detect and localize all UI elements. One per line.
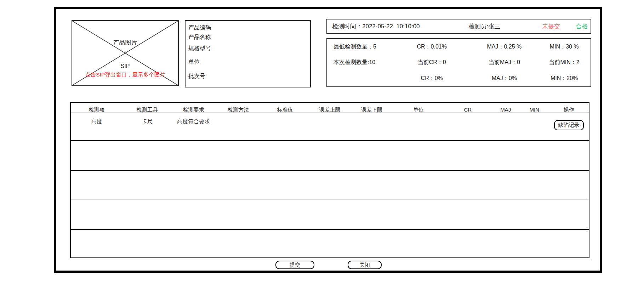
submit-button[interactable]: 提交 <box>275 261 314 269</box>
cell-cr <box>444 113 491 118</box>
field-label-batch-number: 批次号 <box>188 73 205 80</box>
cell-unit <box>392 113 444 118</box>
cell-upper-tolerance <box>309 113 351 118</box>
defect-record-button[interactable]: 缺陷记录 <box>554 120 584 130</box>
inspection-time: 检测时间：2022-05-22 10:10:00 <box>332 22 420 30</box>
field-label-product-code: 产品编码 <box>188 24 211 32</box>
field-label-product-name: 产品名称 <box>188 34 211 41</box>
status-qualified-badge: 合格 <box>576 22 588 30</box>
col-header-method: 检测方法 <box>215 107 261 113</box>
cell-maj <box>491 113 520 118</box>
col-header-min: MIN <box>520 107 549 113</box>
stat-current-min: 当前MIN：2 <box>538 59 591 66</box>
stat-current-inspect-qty: 本次检测数量:10 <box>327 59 393 66</box>
cell-action: 缺陷记录 <box>549 113 589 130</box>
table-row-empty <box>71 199 589 229</box>
cell-standard-value <box>261 113 308 118</box>
stat-current-maj: 当前MAJ：0 <box>471 59 538 66</box>
table-row-empty <box>71 170 589 199</box>
cell-lower-tolerance <box>351 113 392 118</box>
stat-current-cr: 当前CR：0 <box>393 59 471 66</box>
table-row: 高度 卡尺 高度符合要求 缺陷记录 <box>71 113 589 140</box>
col-header-inspect-tool: 检测工具 <box>122 107 172 113</box>
inspection-time-value: 2022-05-22 10:10:00 <box>362 23 420 30</box>
product-image-title: 产品图片 <box>72 39 178 47</box>
col-header-cr: CR <box>444 107 491 113</box>
stat-min-limit: MIN：30 % <box>538 43 591 51</box>
cell-inspect-item: 高度 <box>71 113 122 125</box>
inspection-time-label: 检测时间： <box>332 23 362 30</box>
stat-maj-rate: MAJ：0% <box>471 75 538 82</box>
status-unsubmitted-badge: 未提交 <box>542 22 560 30</box>
table-header-row: 检测项 检测工具 检测要求 检测方法 标准值 误差上限 误差下限 单位 CR M… <box>71 103 589 113</box>
col-header-requirement: 检测要求 <box>172 107 215 113</box>
stat-min-inspect-qty: 最低检测数量：5 <box>327 43 393 51</box>
inspector-name: 检测员:张三 <box>469 22 501 30</box>
close-button[interactable]: 关闭 <box>348 261 382 269</box>
field-label-spec-model: 规格型号 <box>188 45 211 52</box>
table-row-empty <box>71 229 589 257</box>
sip-hint-text: 点击SIP弹出窗口，显示多个图片 <box>72 71 178 79</box>
col-header-action: 操作 <box>549 107 589 113</box>
cell-method <box>215 113 261 118</box>
stat-cr-rate: CR：0% <box>393 75 471 82</box>
cell-min <box>520 113 549 118</box>
inspection-items-table: 检测项 检测工具 检测要求 检测方法 标准值 误差上限 误差下限 单位 CR M… <box>70 102 589 258</box>
col-header-standard-value: 标准值 <box>261 107 308 113</box>
field-label-unit: 单位 <box>188 58 200 66</box>
col-header-unit: 单位 <box>392 107 444 113</box>
table-row-empty <box>71 140 589 170</box>
cell-requirement: 高度符合要求 <box>172 113 215 125</box>
col-header-maj: MAJ <box>491 107 520 113</box>
inspection-header-panel: 检测时间：2022-05-22 10:10:00 检测员:张三 未提交 合格 <box>326 19 591 34</box>
sip-link[interactable]: SIP <box>72 63 178 69</box>
product-image-placeholder[interactable]: 产品图片 SIP 点击SIP弹出窗口，显示多个图片 <box>72 20 179 86</box>
stat-cr-limit: CR：0.01% <box>393 43 471 51</box>
inspection-stats-panel: 最低检测数量：5 CR：0.01% MAJ：0.25 % MIN：30 % 本次… <box>326 38 591 87</box>
stat-min-rate: MIN：20% <box>538 75 591 82</box>
col-header-lower-tolerance: 误差下限 <box>351 107 392 113</box>
col-header-upper-tolerance: 误差上限 <box>309 107 351 113</box>
col-header-inspect-item: 检测项 <box>71 107 122 113</box>
stat-maj-limit: MAJ：0.25 % <box>471 43 538 51</box>
product-info-panel: 产品编码 产品名称 规格型号 单位 批次号 <box>185 20 311 87</box>
cell-inspect-tool: 卡尺 <box>122 113 172 125</box>
